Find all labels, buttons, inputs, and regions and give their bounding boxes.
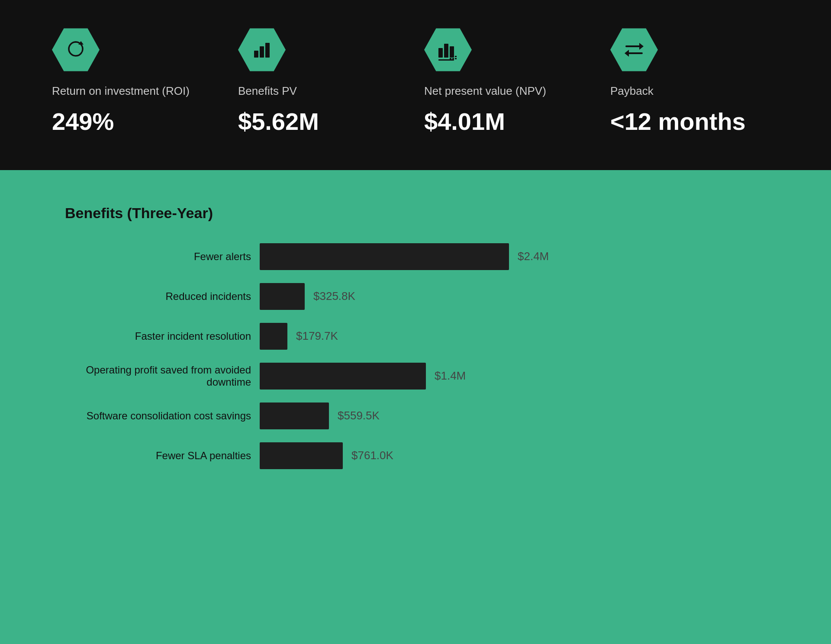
bar-label: Software consolidation cost savings [52,410,260,422]
svg-marker-15 [625,50,629,57]
svg-rect-7 [438,59,454,61]
bar-fill [260,442,343,469]
payback-icon-wrap [610,26,658,74]
svg-rect-2 [260,46,264,58]
bar-chart-icon [251,39,273,61]
svg-rect-8 [450,56,451,57]
bar-fill [260,323,287,350]
bar-value: $2.4M [518,250,549,263]
transfer-icon [623,39,645,61]
bar-row: Reduced incidents$325.8K [52,283,779,310]
bar-label: Operating profit saved from avoided down… [52,364,260,388]
bar-track: $179.7K [260,323,779,350]
svg-rect-4 [438,48,443,58]
svg-rect-13 [455,58,457,59]
npv-value: $4.01M [424,107,505,135]
roi-card: Return on investment (ROI) 249% [43,26,229,135]
bar-track: $559.5K [260,402,779,429]
bar-row: Faster incident resolution$179.7K [52,323,779,350]
chart-title: Benefits (Three-Year) [65,205,779,222]
payback-card: Payback <12 months [602,26,788,135]
metrics-section: Return on investment (ROI) 249% Benefits… [0,0,831,170]
npv-label: Net present value (NPV) [424,84,546,99]
bar-row: Software consolidation cost savings$559.… [52,402,779,429]
payback-label: Payback [610,84,654,99]
bar-value: $761.0K [351,449,393,462]
bar-value: $325.8K [313,290,355,303]
svg-marker-14 [639,43,644,50]
svg-rect-11 [450,58,451,59]
bar-value: $559.5K [338,409,380,422]
bar-track: $1.4M [260,363,779,390]
bar-value: $1.4M [435,369,466,383]
bar-fill [260,363,426,390]
bar-label: Faster incident resolution [52,330,260,342]
chart-grid-icon [436,38,460,62]
svg-rect-12 [452,58,454,59]
refresh-icon [64,39,87,61]
bar-label: Fewer SLA penalties [52,450,260,462]
roi-label: Return on investment (ROI) [52,84,190,99]
benefits-pv-label: Benefits PV [238,84,297,99]
npv-icon-wrap [424,26,472,74]
benefits-pv-card: Benefits PV $5.62M [229,26,416,135]
benefits-section: Benefits (Three-Year) Fewer alerts$2.4MR… [0,170,831,517]
bar-chart: Fewer alerts$2.4MReduced incidents$325.8… [52,243,779,469]
bar-label: Fewer alerts [52,251,260,263]
benefits-pv-value: $5.62M [238,107,319,135]
bar-track: $761.0K [260,442,779,469]
bar-track: $325.8K [260,283,779,310]
svg-rect-3 [265,43,270,58]
bar-track: $2.4M [260,243,779,270]
bar-fill [260,402,329,429]
bar-row: Fewer alerts$2.4M [52,243,779,270]
bar-fill [260,243,509,270]
npv-card: Net present value (NPV) $4.01M [416,26,602,135]
roi-value: 249% [52,107,114,135]
benefits-pv-icon-wrap [238,26,286,74]
bar-label: Reduced incidents [52,290,260,303]
svg-rect-1 [254,51,258,58]
bar-value: $179.7K [296,329,338,343]
bar-row: Operating profit saved from avoided down… [52,363,779,390]
svg-rect-5 [444,44,448,58]
bar-row: Fewer SLA penalties$761.0K [52,442,779,469]
svg-rect-10 [455,56,457,57]
payback-value: <12 months [610,107,746,135]
bar-fill [260,283,305,310]
roi-icon-wrap [52,26,100,74]
svg-rect-9 [452,56,454,57]
